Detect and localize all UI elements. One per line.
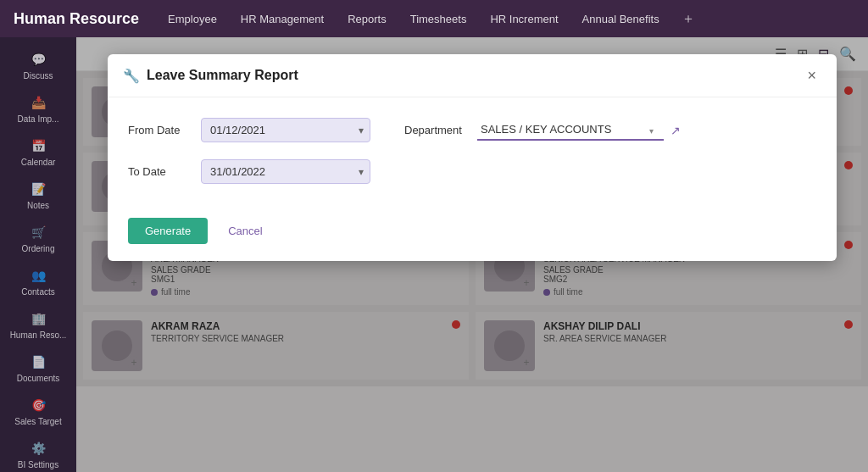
to-date-group: To Date 31/01/2022 [128, 159, 370, 184]
cancel-button[interactable]: Cancel [218, 218, 272, 244]
modal-overlay: 🔧 Leave Summary Report × From Date 01 [76, 37, 868, 472]
department-select[interactable]: SALES / KEY ACCOUNTS [477, 119, 664, 141]
modal-title: Leave Summary Report [147, 68, 298, 83]
nav-hr-management[interactable]: HR Management [239, 9, 326, 29]
data-import-icon: 📥 [30, 94, 47, 111]
sidebar-label-ordering: Ordering [22, 244, 55, 253]
modal-body: From Date 01/12/2021 Department [108, 97, 837, 218]
form-row: From Date 01/12/2021 Department [128, 118, 816, 142]
to-date-select[interactable]: 31/01/2022 [201, 159, 370, 184]
sidebar-label-human-resource: Human Reso... [10, 330, 67, 340]
sidebar-item-contacts[interactable]: 👥 Contacts [0, 260, 76, 303]
nav-employee[interactable]: Employee [166, 9, 219, 29]
sidebar-label-bi-settings: BI Settings [18, 460, 58, 469]
modal-close-button[interactable]: × [802, 66, 821, 85]
sidebar-label-notes: Notes [27, 201, 49, 210]
sidebar-label-discuss: Discuss [23, 71, 53, 81]
calendar-icon: 📅 [30, 137, 47, 154]
sidebar-item-human-resource[interactable]: 🏢 Human Reso... [0, 303, 76, 347]
contacts-icon: 👥 [30, 267, 47, 284]
from-date-select-wrap: 01/12/2021 [201, 118, 370, 142]
bi-settings-icon: ⚙️ [30, 440, 47, 457]
nav-timesheets[interactable]: Timesheets [409, 9, 469, 29]
app-title: Human Resource [14, 10, 139, 28]
notes-icon: 📝 [30, 180, 47, 197]
sidebar-item-calendar[interactable]: 📅 Calendar [0, 130, 76, 174]
discuss-icon: 💬 [30, 51, 47, 68]
sales-target-icon: 🎯 [30, 397, 47, 414]
nav-reports[interactable]: Reports [346, 9, 388, 29]
sidebar-item-documents[interactable]: 📄 Documents [0, 347, 76, 390]
department-select-wrap: SALES / KEY ACCOUNTS ▾ ↗ [477, 119, 681, 141]
content-area: ☰ ⊞ ⊟ 🔍 + ● full time KOLKATA [76, 37, 868, 472]
sidebar-item-data-import[interactable]: 📥 Data Imp... [0, 87, 76, 130]
sidebar-item-bi-settings[interactable]: ⚙️ BI Settings [0, 433, 76, 472]
sidebar-label-data-import: Data Imp... [18, 114, 59, 124]
ordering-icon: 🛒 [30, 224, 47, 241]
sidebar-label-calendar: Calendar [21, 158, 56, 167]
modal-footer: Generate Cancel [108, 218, 837, 261]
department-group: Department SALES / KEY ACCOUNTS ▾ ↗ [404, 119, 681, 141]
sidebar-item-sales-target[interactable]: 🎯 Sales Target [0, 390, 76, 433]
generate-button[interactable]: Generate [128, 218, 208, 244]
department-external-link-icon[interactable]: ↗ [670, 124, 681, 137]
sidebar-label-contacts: Contacts [21, 287, 54, 297]
modal-header: 🔧 Leave Summary Report × [108, 54, 837, 97]
from-date-group: From Date 01/12/2021 [128, 118, 370, 142]
documents-icon: 📄 [30, 353, 47, 370]
top-navigation: Human Resource Employee HR Management Re… [0, 0, 868, 37]
sidebar-label-sales-target: Sales Target [14, 417, 61, 426]
sidebar-item-discuss[interactable]: 💬 Discuss [0, 44, 76, 87]
human-resource-icon: 🏢 [30, 310, 47, 327]
sidebar-label-documents: Documents [17, 374, 60, 383]
nav-add-icon[interactable]: ＋ [682, 10, 695, 28]
to-date-label: To Date [128, 165, 187, 178]
sidebar: 💬 Discuss 📥 Data Imp... 📅 Calendar 📝 Not… [0, 37, 76, 472]
sidebar-item-ordering[interactable]: 🛒 Ordering [0, 217, 76, 260]
modal-title-icon: 🔧 [123, 68, 140, 84]
from-date-select[interactable]: 01/12/2021 [201, 118, 370, 142]
sidebar-item-notes[interactable]: 📝 Notes [0, 174, 76, 217]
to-date-select-wrap: 31/01/2022 [201, 159, 370, 184]
nav-hr-increment[interactable]: HR Increment [488, 9, 559, 29]
from-date-label: From Date [128, 124, 187, 136]
department-label: Department [404, 124, 464, 136]
main-layout: 💬 Discuss 📥 Data Imp... 📅 Calendar 📝 Not… [0, 37, 868, 472]
leave-summary-modal: 🔧 Leave Summary Report × From Date 01 [108, 54, 837, 261]
nav-annual-benefits[interactable]: Annual Benefits [581, 9, 661, 29]
form-row-todate: To Date 31/01/2022 [128, 159, 816, 184]
